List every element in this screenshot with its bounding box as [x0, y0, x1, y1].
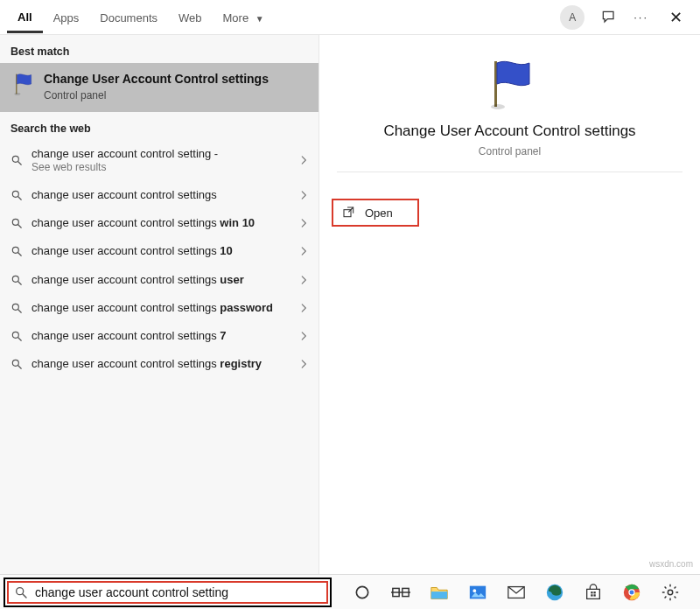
tab-more[interactable]: More ▼: [213, 3, 275, 32]
tab-web[interactable]: Web: [168, 3, 213, 32]
close-icon[interactable]: ✕: [664, 4, 688, 31]
web-result-item[interactable]: change user account control settings 10: [0, 237, 318, 265]
search-icon: [10, 217, 23, 229]
flag-icon: [482, 56, 538, 112]
svg-rect-18: [593, 594, 595, 596]
svg-point-6: [356, 586, 368, 598]
feedback-icon[interactable]: [600, 9, 618, 26]
web-result-item[interactable]: change user account control settings: [0, 181, 318, 209]
tab-apps[interactable]: Apps: [43, 3, 90, 32]
task-view-icon[interactable]: [391, 583, 410, 602]
svg-rect-10: [431, 592, 447, 598]
chevron-right-icon: [298, 330, 310, 342]
svg-point-12: [473, 589, 477, 592]
open-icon: [342, 206, 356, 220]
search-icon: [10, 154, 23, 166]
best-match-title: Change User Account Control settings: [44, 72, 269, 88]
search-icon: [10, 189, 23, 201]
search-icon: [10, 330, 23, 342]
best-match-item[interactable]: Change User Account Control settings Con…: [0, 63, 318, 112]
chevron-right-icon: [298, 302, 310, 314]
svg-point-21: [630, 590, 634, 594]
search-web-label: Search the web: [0, 112, 318, 140]
open-label: Open: [365, 206, 393, 220]
separator: [337, 172, 682, 172]
watermark: wsxdn.com: [649, 559, 693, 569]
preview-title: Change User Account Control settings: [383, 122, 635, 140]
chrome-icon[interactable]: [622, 583, 641, 602]
taskbar-search[interactable]: [4, 578, 332, 607]
search-icon: [10, 358, 23, 370]
search-icon: [10, 302, 23, 314]
web-result-label: change user account control settings use…: [32, 273, 289, 287]
mail-icon[interactable]: [507, 583, 526, 602]
svg-rect-16: [593, 592, 595, 593]
web-result-label: change user account control setting -See…: [32, 147, 289, 174]
best-match-label: Best match: [0, 35, 318, 63]
flag-icon: [10, 72, 35, 96]
preview-sub: Control panel: [479, 145, 541, 158]
results-panel: Best match Change User Account Control s…: [0, 35, 319, 574]
search-tabs: All Apps Documents Web More ▼ A ··· ✕: [0, 0, 700, 35]
tab-all[interactable]: All: [7, 2, 43, 33]
web-result-item[interactable]: change user account control settings reg…: [0, 350, 318, 378]
web-result-label: change user account control settings reg…: [32, 357, 289, 371]
avatar[interactable]: A: [560, 5, 584, 30]
chevron-right-icon: [298, 358, 310, 370]
top-icons: A ··· ✕: [560, 4, 693, 31]
chevron-right-icon: [298, 245, 310, 257]
chevron-right-icon: [298, 189, 310, 201]
search-input[interactable]: [33, 584, 321, 600]
photos-icon[interactable]: [468, 583, 487, 602]
chevron-down-icon: ▼: [256, 14, 264, 24]
web-result-item[interactable]: change user account control settings pas…: [0, 294, 318, 322]
svg-rect-17: [591, 594, 592, 596]
web-result-label: change user account control settings win…: [32, 216, 289, 230]
chevron-right-icon: [298, 217, 310, 229]
open-button[interactable]: Open: [332, 199, 419, 227]
edge-icon[interactable]: [545, 583, 564, 602]
store-icon[interactable]: [584, 583, 603, 602]
web-result-item[interactable]: change user account control settings win…: [0, 209, 318, 237]
web-result-item[interactable]: change user account control setting -See…: [0, 140, 318, 181]
more-options-icon[interactable]: ···: [634, 10, 648, 24]
search-icon: [10, 274, 23, 286]
chevron-right-icon: [298, 154, 310, 166]
taskbar: [0, 574, 700, 609]
settings-icon[interactable]: [661, 583, 680, 602]
tab-more-label: More: [223, 11, 249, 24]
search-icon: [10, 245, 23, 257]
best-match-sub: Control panel: [44, 89, 269, 102]
web-result-label: change user account control settings pas…: [32, 301, 289, 315]
cortana-icon[interactable]: [353, 583, 372, 602]
web-result-sub: See web results: [32, 161, 289, 174]
svg-point-22: [668, 590, 673, 595]
search-icon: [14, 585, 28, 599]
web-result-label: change user account control settings 7: [32, 329, 289, 343]
web-result-label: change user account control settings 10: [32, 244, 289, 258]
file-explorer-icon[interactable]: [430, 583, 449, 602]
svg-rect-15: [591, 592, 592, 593]
chevron-right-icon: [298, 274, 310, 286]
preview-panel: Change User Account Control settings Con…: [319, 35, 700, 574]
web-result-item[interactable]: change user account control settings use…: [0, 266, 318, 294]
tab-documents[interactable]: Documents: [89, 3, 168, 32]
web-result-item[interactable]: change user account control settings 7: [0, 322, 318, 350]
web-result-label: change user account control settings: [32, 188, 289, 202]
